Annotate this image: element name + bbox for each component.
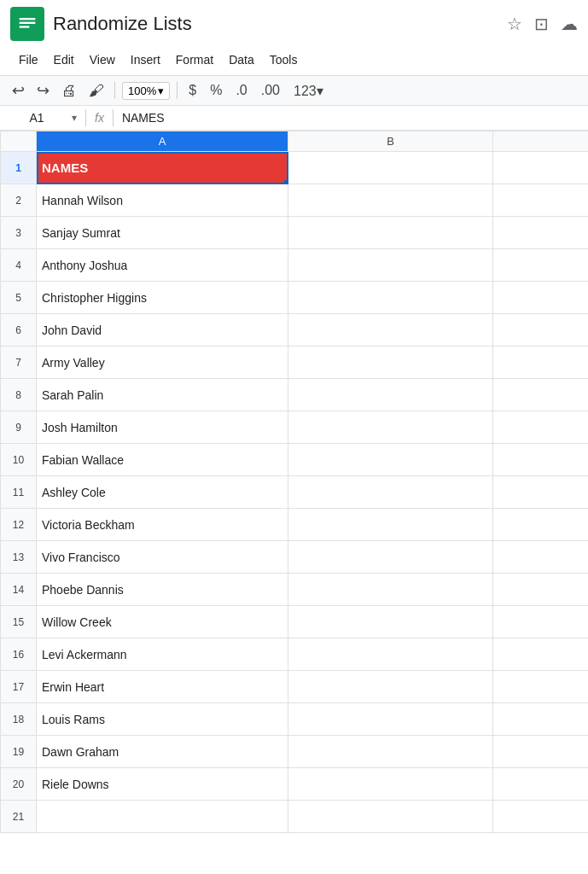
cell-a15[interactable]: Willow Creek [37,606,288,638]
decimal-inc-button[interactable]: .00 [257,81,284,100]
cell-c3[interactable] [493,217,589,249]
cell-a2[interactable]: Hannah Wilson [37,184,288,217]
cell-c9[interactable] [493,411,589,444]
cell-b13[interactable] [288,541,493,574]
cell-c6[interactable] [493,314,589,347]
cell-b1[interactable] [288,152,493,184]
cell-c17[interactable] [493,671,589,703]
cell-c7[interactable] [493,347,589,379]
cell-c13[interactable] [493,541,589,574]
col-b-header[interactable]: B [288,131,493,152]
cell-b3[interactable] [288,217,493,249]
zoom-control[interactable]: 100% ▾ [122,82,170,100]
cell-a4[interactable]: Anthony Joshua [37,249,288,282]
cell-c4[interactable] [493,249,589,282]
menu-file[interactable]: File [12,50,45,70]
cell-a17[interactable]: Erwin Heart [37,671,288,703]
cell-b12[interactable] [288,509,493,541]
cell-b18[interactable] [288,703,493,736]
cell-a8[interactable]: Sarah Palin [37,379,288,411]
cell-c18[interactable] [493,703,589,736]
undo-button[interactable]: ↩ [9,79,28,102]
cell-c14[interactable] [493,574,589,606]
formula-divider [85,109,86,126]
table-row: 18Louis Rams [1,703,589,736]
currency-button[interactable]: $ [184,81,201,100]
cell-c16[interactable] [493,638,589,671]
cell-a13[interactable]: Vivo Francisco [37,541,288,574]
cell-b10[interactable] [288,444,493,476]
cell-c8[interactable] [493,379,589,411]
cell-b11[interactable] [288,476,493,509]
menu-tools[interactable]: Tools [263,50,305,70]
cell-b15[interactable] [288,606,493,638]
menu-data[interactable]: Data [222,50,261,70]
cell-b7[interactable] [288,347,493,379]
cell-a7[interactable]: Army Valley [37,347,288,379]
formula-input[interactable] [122,111,581,125]
cell-a16[interactable]: Levi Ackermann [37,638,288,671]
cell-a19[interactable]: Dawn Graham [37,736,288,768]
cell-c12[interactable] [493,509,589,541]
cell-a21[interactable] [37,801,288,833]
table-row: 21 [1,801,589,833]
cell-c15[interactable] [493,606,589,638]
cell-b16[interactable] [288,638,493,671]
redo-button[interactable]: ↪ [33,79,53,102]
row-number: 16 [1,638,37,671]
menu-view[interactable]: View [83,50,122,70]
row-number: 11 [1,476,37,509]
cell-b8[interactable] [288,379,493,411]
decimal-dec-button[interactable]: .0 [231,81,251,100]
cell-b9[interactable] [288,411,493,444]
more-formats-button[interactable]: 123▾ [289,81,328,101]
paint-format-button[interactable]: 🖌 [85,80,108,102]
cell-c21[interactable] [493,801,589,833]
cell-a6[interactable]: John David [37,314,288,347]
row-number: 20 [1,768,37,801]
col-a-header[interactable]: A [37,131,288,152]
cell-c20[interactable] [493,768,589,801]
cell-b5[interactable] [288,282,493,314]
cell-c5[interactable] [493,282,589,314]
cell-c11[interactable] [493,476,589,509]
cell-a18[interactable]: Louis Rams [37,703,288,736]
cell-a9[interactable]: Josh Hamilton [37,411,288,444]
row-number: 12 [1,509,37,541]
cell-b6[interactable] [288,314,493,347]
col-c-header[interactable] [493,131,589,152]
cell-a12[interactable]: Victoria Beckham [37,509,288,541]
menu-insert[interactable]: Insert [124,50,167,70]
cell-a14[interactable]: Phoebe Dannis [37,574,288,606]
cell-a20[interactable]: Riele Downs [37,768,288,801]
cell-a11[interactable]: Ashley Cole [37,476,288,509]
cell-a3[interactable]: Sanjay Sumrat [37,217,288,249]
print-button[interactable]: 🖨 [58,80,80,102]
cell-b21[interactable] [288,801,493,833]
cell-a10[interactable]: Fabian Wallace [37,444,288,476]
cell-c1[interactable] [493,152,589,184]
cell-c19[interactable] [493,736,589,768]
menu-bar: File Edit View Insert Format Data Tools [0,48,588,75]
menu-format[interactable]: Format [169,50,220,70]
folder-icon[interactable]: ⊡ [534,14,549,34]
cell-a5[interactable]: Christopher Higgins [37,282,288,314]
spreadsheet-grid: A B 1NAMES2Hannah Wilson3Sanjay Sumrat4A… [0,131,588,833]
cell-b2[interactable] [288,184,493,217]
cell-b4[interactable] [288,249,493,282]
star-icon[interactable]: ☆ [507,14,522,34]
cell-reference-input[interactable]: A1 [7,111,67,125]
menu-edit[interactable]: Edit [47,50,81,70]
cloud-icon[interactable]: ☁ [561,14,578,34]
cell-b14[interactable] [288,574,493,606]
cell-a1[interactable]: NAMES [37,152,288,184]
cell-b19[interactable] [288,736,493,768]
table-row: 19Dawn Graham [1,736,589,768]
cell-c10[interactable] [493,444,589,476]
percent-button[interactable]: % [206,81,226,100]
cell-c2[interactable] [493,184,589,217]
formula-divider-2 [113,109,114,126]
cell-b17[interactable] [288,671,493,703]
cell-b20[interactable] [288,768,493,801]
table-row: 1NAMES [1,152,589,184]
